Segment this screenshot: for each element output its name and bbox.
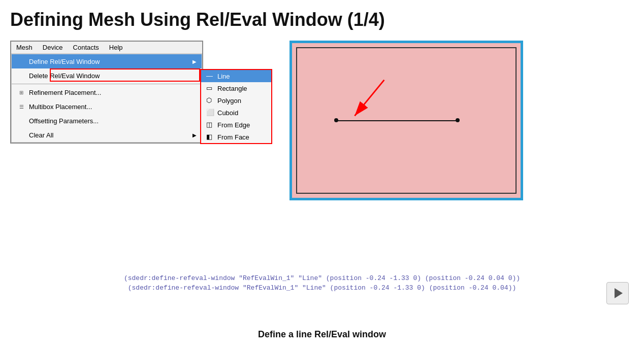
submenu-item-cuboid[interactable]: ⬜ Cuboid — [201, 107, 271, 119]
clearall-icon — [17, 130, 26, 139]
from-edge-icon: ◫ — [206, 121, 214, 129]
menu-item-define-label: Define Rel/Eval Window — [29, 58, 100, 65]
submenu-rectangle-label: Rectangle — [217, 85, 247, 92]
define-icon — [17, 57, 26, 66]
submenu-line-label: Line — [217, 73, 230, 80]
menu-item-multibox[interactable]: ☰ Multibox Placement... — [12, 99, 202, 114]
menu-items-list: Define Rel/Eval Window ▶ Delete Rel/Eval… — [11, 54, 202, 143]
menu-bar-help[interactable]: Help — [107, 43, 125, 52]
viewport-inner — [296, 47, 517, 194]
multibox-icon: ☰ — [17, 102, 26, 111]
polygon-icon: ⬡ — [206, 96, 214, 104]
submenu-item-line[interactable]: — Line — [201, 70, 271, 82]
line-endpoint-right — [456, 118, 460, 122]
menu-item-refinement-label: Refinement Placement... — [29, 89, 101, 96]
clearall-arrow-icon: ▶ — [192, 132, 197, 138]
play-button[interactable] — [606, 282, 629, 304]
page-title: Defining Mesh Using Rel/Eval Window (1/4… — [0, 0, 644, 36]
submenu-from-face-label: From Face — [217, 133, 249, 141]
menu-item-clearall-label: Clear All — [29, 131, 53, 139]
submenu-item-rectangle[interactable]: ▭ Rectangle — [201, 82, 271, 94]
menu-item-multibox-label: Multibox Placement... — [29, 103, 92, 111]
menu-item-define-refeval[interactable]: Define Rel/Eval Window ▶ — [12, 54, 202, 68]
menu-item-refinement[interactable]: ⊞ Refinement Placement... — [12, 85, 202, 99]
menu-bar-device[interactable]: Device — [41, 43, 65, 52]
menu-window: Mesh Device Contacts Help Define Rel/Eva… — [10, 41, 203, 144]
refinement-icon: ⊞ — [17, 88, 26, 97]
submenu-item-polygon[interactable]: ⬡ Polygon — [201, 94, 271, 107]
submenu-item-from-face[interactable]: ◧ From Face — [201, 131, 271, 143]
from-face-icon: ◧ — [206, 133, 214, 141]
viewport-panel — [289, 41, 523, 200]
separator-1 — [12, 84, 202, 84]
delete-icon — [17, 71, 26, 80]
offsetting-icon — [17, 116, 26, 125]
code-line-2: (sdedr:define-refeval-window "RefEvalWin… — [128, 284, 517, 292]
menu-bar-contacts[interactable]: Contacts — [71, 43, 101, 52]
submenu-item-from-edge[interactable]: ◫ From Edge — [201, 119, 271, 131]
play-icon — [615, 288, 623, 298]
cuboid-icon: ⬜ — [206, 109, 214, 117]
submenu-from-edge-label: From Edge — [217, 121, 250, 129]
menu-item-clearall[interactable]: Clear All ▶ — [12, 128, 202, 142]
submenu: — Line ▭ Rectangle ⬡ Polygon ⬜ Cuboid ◫ … — [201, 69, 272, 144]
menu-item-delete-label: Delete Rel/Eval Window — [29, 72, 100, 80]
code-line-1: (sdedr:define-refeval-window "RefEvalWin… — [124, 274, 520, 282]
line-icon: — — [206, 72, 214, 80]
line-segment — [336, 120, 457, 121]
menu-container: Mesh Device Contacts Help Define Rel/Eva… — [10, 41, 269, 203]
arrow-icon: ▶ — [192, 59, 197, 64]
content-area: Mesh Device Contacts Help Define Rel/Eva… — [0, 36, 644, 203]
code-section: (sdedr:define-refeval-window "RefEvalWin… — [0, 274, 644, 292]
menu-item-offsetting-label: Offsetting Parameters... — [29, 117, 99, 125]
caption: Define a line Rel/Eval window — [0, 329, 644, 340]
rectangle-icon: ▭ — [206, 84, 214, 92]
submenu-cuboid-label: Cuboid — [217, 109, 238, 117]
menu-item-delete-refeval[interactable]: Delete Rel/Eval Window — [12, 68, 202, 83]
menu-item-offsetting[interactable]: Offsetting Parameters... — [12, 114, 202, 128]
menu-bar: Mesh Device Contacts Help — [11, 42, 202, 54]
line-endpoint-left — [334, 118, 338, 122]
menu-bar-mesh[interactable]: Mesh — [14, 43, 35, 52]
submenu-polygon-label: Polygon — [217, 97, 241, 104]
